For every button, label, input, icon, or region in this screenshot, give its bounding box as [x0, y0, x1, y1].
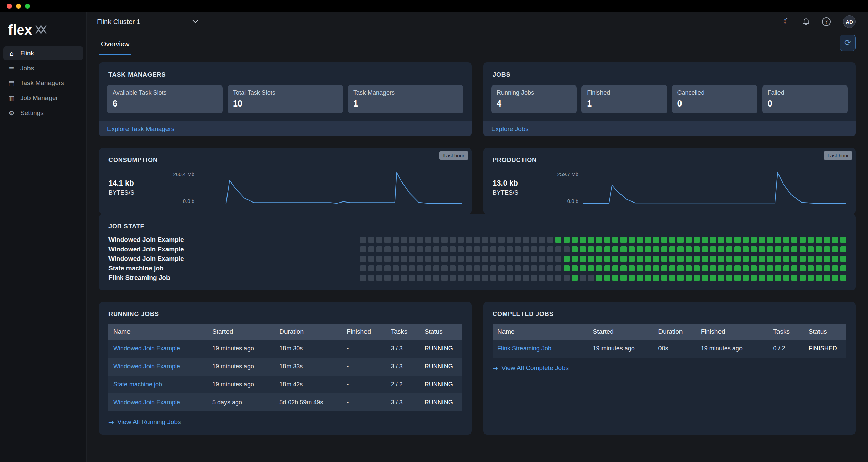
throughput-metric: 13.0 kb BYTES/S	[493, 179, 549, 196]
job-name-link[interactable]: Windowed Join Example	[108, 345, 208, 352]
state-cell-ok	[677, 246, 684, 252]
state-cell-idle	[539, 275, 545, 281]
sidebar-item-jobs[interactable]: ≡Jobs	[3, 61, 83, 75]
state-cell-ok	[824, 256, 830, 262]
explore-task-managers-link[interactable]: Explore Task Managers	[99, 121, 472, 136]
sidebar-item-label: Job Manager	[20, 94, 58, 102]
state-cell-idle	[523, 275, 529, 281]
state-cell-ok	[840, 275, 846, 281]
state-cell-ok	[564, 256, 570, 262]
state-cell-ok	[718, 237, 724, 243]
state-cell-ok	[791, 246, 797, 252]
job-state-cells	[360, 265, 846, 271]
state-cell-ok	[588, 237, 594, 243]
job-name-link[interactable]: Windowed Join Example	[108, 399, 208, 406]
state-cell-idle	[384, 237, 391, 243]
job-state-cells	[360, 237, 846, 243]
maximize-window-button[interactable]	[25, 4, 30, 9]
job-state-row: State machine job	[108, 265, 846, 272]
minimize-window-button[interactable]	[16, 4, 21, 9]
cluster-select[interactable]: Flink Cluster 1	[97, 18, 199, 26]
state-cell-ok	[580, 256, 586, 262]
job-name-link[interactable]: Flink Streaming Job	[493, 345, 588, 352]
column-header: Duration	[654, 328, 696, 335]
cell-started: 5 days ago	[208, 399, 275, 406]
state-cell-ok	[734, 265, 741, 271]
state-cell-ok	[686, 237, 692, 243]
server-icon: ▥	[7, 94, 16, 102]
app-logo: flex	[0, 12, 86, 46]
user-avatar[interactable]: AD	[843, 15, 856, 28]
state-cell-ok	[596, 246, 602, 252]
state-cell-idle	[450, 246, 456, 252]
y-max-label: 260.4 Mb	[173, 171, 194, 177]
state-cell-ok	[702, 246, 708, 252]
stat-row: Running Jobs4Finished1Cancelled0Failed0	[483, 78, 856, 121]
state-cell-ok	[572, 246, 578, 252]
state-cell-idle	[466, 246, 472, 252]
state-cell-idle	[466, 256, 472, 262]
state-cell-ok	[580, 265, 586, 271]
sidebar-item-job-manager[interactable]: ▥Job Manager	[3, 91, 83, 105]
stat-failed: Failed0	[762, 85, 848, 113]
state-cell-ok	[767, 275, 773, 281]
refresh-button[interactable]: ⟳	[840, 35, 856, 51]
state-cell-idle	[401, 246, 407, 252]
job-name-link[interactable]: Windowed Join Example	[108, 363, 208, 370]
throughput-metric: 14.1 kb BYTES/S	[108, 179, 164, 196]
state-cell-idle	[482, 256, 488, 262]
table-header-row: NameStartedDurationFinishedTasksStatus	[108, 324, 462, 340]
cell-duration: 18m 42s	[275, 381, 342, 388]
state-cell-ok	[653, 246, 659, 252]
job-name-link[interactable]: State machine job	[108, 381, 208, 388]
state-cell-ok	[620, 237, 627, 243]
task-managers-card: TASK MANAGERS Available Task Slots6Total…	[99, 62, 472, 136]
sidebar-item-flink[interactable]: ⌂Flink	[3, 46, 83, 60]
state-cell-ok	[726, 256, 732, 262]
column-header: Finished	[342, 328, 386, 335]
y-axis-labels: 259.7 Mb 0.0 b	[552, 171, 578, 204]
state-cell-idle	[376, 256, 382, 262]
job-state-row: Windowed Join Example	[108, 255, 846, 263]
view-all-complete-jobs-link[interactable]: → View All Complete Jobs	[493, 364, 846, 372]
state-cell-idle	[433, 275, 439, 281]
app-window: flex ⌂Flink≡Jobs▤Task Managers▥Job Manag…	[0, 0, 868, 462]
state-cell-ok	[832, 246, 838, 252]
state-cell-ok	[734, 237, 741, 243]
state-cell-idle	[555, 246, 561, 252]
sidebar-item-task-managers[interactable]: ▤Task Managers	[3, 76, 83, 90]
state-cell-ok	[686, 275, 692, 281]
table-row: Flink Streaming Job19 minutes ago00s19 m…	[493, 340, 846, 358]
state-cell-idle	[523, 237, 529, 243]
explore-jobs-link[interactable]: Explore Jobs	[483, 121, 856, 136]
card-title: PRODUCTION	[483, 148, 856, 164]
state-cell-ok	[816, 256, 822, 262]
cell-status: FINISHED	[804, 345, 846, 352]
completed-jobs-table: NameStartedDurationFinishedTasksStatusFl…	[493, 324, 846, 358]
state-cell-ok	[645, 256, 651, 262]
state-cell-idle	[490, 275, 496, 281]
state-cell-idle	[507, 237, 513, 243]
stat-available-task-slots: Available Task Slots6	[107, 85, 223, 113]
job-state-name: Windowed Join Example	[108, 246, 360, 253]
help-icon[interactable]: ?	[822, 17, 831, 26]
state-cell-idle	[409, 246, 415, 252]
tab-overview[interactable]: Overview	[99, 40, 131, 55]
state-cell-ok	[743, 246, 749, 252]
notifications-bell-icon[interactable]	[803, 18, 810, 26]
sidebar-item-settings[interactable]: ⚙Settings	[3, 106, 83, 120]
dark-mode-moon-icon[interactable]: ☾	[783, 17, 790, 26]
state-cell-idle	[433, 256, 439, 262]
state-cell-ok	[840, 265, 846, 271]
job-state-card: JOB STATE Windowed Join ExampleWindowed …	[99, 214, 856, 290]
state-cell-ok	[694, 237, 700, 243]
stat-label: Total Task Slots	[233, 89, 338, 96]
stat-total-task-slots: Total Task Slots10	[228, 85, 343, 113]
state-cell-idle	[515, 246, 521, 252]
state-cell-idle	[393, 275, 399, 281]
close-window-button[interactable]	[7, 4, 12, 9]
view-all-running-jobs-link[interactable]: → View All Running Jobs	[108, 418, 462, 426]
state-cell-ok	[620, 246, 627, 252]
view-all-label: View All Running Jobs	[117, 418, 181, 426]
logo-x-icon	[35, 25, 47, 36]
